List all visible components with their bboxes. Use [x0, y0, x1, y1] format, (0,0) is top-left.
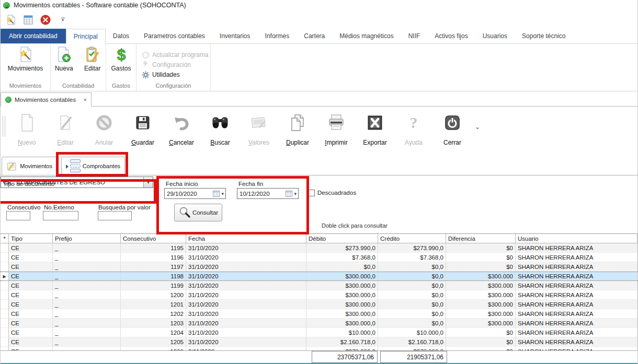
- table-row[interactable]: CE_120231/10/2020$300.000,0$0,0$300.000S…: [1, 309, 637, 319]
- tab-medios-magneticos[interactable]: Médios magnéticos: [332, 29, 401, 43]
- no-externo-label: No.Externo: [44, 204, 74, 210]
- cell-diferencia: $300.000: [446, 281, 516, 290]
- clipboard-edit-icon: [84, 46, 101, 63]
- tab-inventarios[interactable]: Inventarios: [212, 29, 258, 43]
- table-row[interactable]: CE_119931/10/2020$300.000,0$0,0$300.000S…: [1, 281, 637, 290]
- chevron-down-icon[interactable]: ▾: [221, 191, 224, 196]
- consultar-button[interactable]: Consultar: [174, 204, 222, 221]
- cell-prefijo: _: [53, 272, 121, 280]
- imprimir-button[interactable]: Imprimir: [317, 108, 356, 146]
- cell-diferencia: $0: [446, 337, 516, 347]
- table-row[interactable]: CE_12062/11/2020$273.990,0$273.990,0$0SH…: [1, 347, 637, 351]
- close-red-icon[interactable]: [39, 14, 52, 26]
- table-row[interactable]: CE_119631/10/2020$7.368,0$7.368,0$0SHARO…: [1, 253, 637, 262]
- dollar-icon: $: [113, 46, 130, 63]
- cancelar-button[interactable]: Cancelar: [162, 108, 201, 146]
- cell-usuario: SHARON HERRERA ARIZA: [516, 328, 637, 337]
- ribbon-button-gastos[interactable]: $Gastos: [106, 46, 136, 72]
- tab-soporte-tecnico[interactable]: Soporte técnico: [515, 29, 573, 43]
- wizard-icon[interactable]: [5, 14, 17, 26]
- table-icon[interactable]: [22, 14, 35, 26]
- tab-parametros-contables[interactable]: Parametros contables: [136, 29, 212, 43]
- toolbar-overflow-chevron-icon[interactable]: ⌄: [475, 123, 480, 131]
- table-row[interactable]: CE_120131/10/2020$300.000,0$0,0$300.000S…: [1, 300, 637, 309]
- buscar-button[interactable]: Buscar: [201, 108, 240, 146]
- gear-icon: [142, 71, 150, 79]
- fecha-fin-input[interactable]: 10/12/2020 ▾: [237, 188, 299, 199]
- table-row[interactable]: ▶CE_119831/10/2020$300.000,0$0,0$300.000…: [1, 272, 637, 281]
- ribbon-button-nueva[interactable]: Nueva: [51, 46, 77, 72]
- ribbon-button-label: Movimientos: [8, 65, 43, 72]
- table-row[interactable]: CE_119731/10/2020$0,0$0,0$0SHARON HERRER…: [1, 262, 637, 272]
- busqueda-por-valor-input[interactable]: [98, 211, 132, 220]
- column-header-tipo[interactable]: Tipo: [9, 234, 53, 243]
- row-indicator-cell: [1, 328, 9, 337]
- tab-niif[interactable]: NIIF: [401, 29, 428, 43]
- document-tab-movimientos[interactable]: Movimientos contables ×: [1, 92, 92, 107]
- cell-debito: $300.000,0: [306, 281, 378, 290]
- column-header-usuario[interactable]: Usuario: [516, 234, 637, 243]
- photo-icon: [249, 113, 269, 133]
- cell-diferencia: $0: [446, 347, 516, 351]
- cell-tipo: CE: [9, 272, 53, 280]
- column-header-prefijo[interactable]: Prefijo: [53, 234, 121, 243]
- title-bar: Movimientos contables - Software contabl…: [1, 0, 637, 10]
- floppy-icon: [133, 113, 153, 133]
- ribbon-button-utilidades[interactable]: Utilidades: [142, 71, 180, 79]
- tab-cartera[interactable]: Cartera: [297, 29, 332, 43]
- tab-informes[interactable]: Informes: [258, 29, 297, 43]
- subtab-comprobantes[interactable]: Comprobantes: [61, 157, 125, 175]
- column-header-fecha[interactable]: Fecha: [186, 234, 306, 243]
- subtab-movimientos[interactable]: Movimientos: [2, 157, 57, 175]
- table-row[interactable]: CE_120331/10/2020$300.000,0$0,0$300.000S…: [1, 319, 637, 328]
- no-entry-icon: [94, 113, 114, 133]
- chevron-down-icon[interactable]: ▾: [143, 177, 153, 187]
- column-header-diferencia[interactable]: Diferencia: [446, 234, 516, 243]
- close-tab-icon[interactable]: ×: [84, 97, 87, 103]
- column-header-consecutivo[interactable]: Consecutivo: [121, 234, 186, 243]
- tab-abrir-contabilidad[interactable]: Abrir contabilidad: [1, 29, 66, 43]
- exportar-button[interactable]: Exportar: [356, 108, 394, 146]
- chevron-down-icon[interactable]: ▾: [294, 191, 297, 196]
- calendar-icon[interactable]: [213, 191, 220, 197]
- cell-debito: $273.990,0: [306, 347, 378, 351]
- action-toolbar: NuevoEditarAnularGuardarCancelarBuscarVa…: [1, 108, 637, 156]
- selected-row-arrow-icon: ▶: [3, 274, 6, 279]
- cell-usuario: SHARON HERRERA ARIZA: [516, 300, 637, 309]
- wrench-icon: [142, 61, 150, 69]
- tab-principal[interactable]: Principal: [66, 29, 106, 44]
- cell-prefijo: _: [53, 337, 121, 347]
- table-row[interactable]: CE_120031/10/2020$300.000,0$0,0$300.000S…: [1, 290, 637, 300]
- no-externo-input[interactable]: [43, 211, 78, 220]
- guardar-button[interactable]: Guardar: [123, 108, 162, 146]
- column-header-debito[interactable]: Débito: [306, 234, 378, 243]
- calendar-icon[interactable]: [286, 191, 292, 197]
- table-row[interactable]: CE_120431/10/2020$10.000,0$10.000,0$0SHA…: [1, 328, 637, 337]
- toolbar-grip[interactable]: [3, 116, 5, 137]
- tab-datos[interactable]: Datos: [106, 29, 136, 43]
- ribbon-button-movimientos[interactable]: Movimientos: [7, 46, 44, 72]
- toolbar-button-label: Cerrar: [443, 139, 461, 146]
- ribbon-body: MovimientosMovimientosNuevaEditarContabi…: [1, 44, 637, 91]
- consecutivo-input[interactable]: [6, 211, 30, 220]
- cell-debito: $300.000,0: [306, 309, 378, 319]
- cell-diferencia: $300.000: [446, 272, 516, 280]
- table-row[interactable]: CE_120531/10/2020$2.160.718,0$2.160.718,…: [1, 337, 637, 347]
- table-row[interactable]: CE_119531/10/2020$273.990,0$273.990,0$0S…: [1, 243, 637, 253]
- ribbon-button-editar[interactable]: Editar: [79, 46, 106, 72]
- fecha-inicio-input[interactable]: 29/10/2020 ▾: [164, 188, 226, 199]
- row-indicator-cell: [1, 347, 9, 351]
- descuadrados-checkbox[interactable]: [308, 190, 315, 196]
- column-header-credito[interactable]: Crédito: [378, 234, 446, 243]
- qat-customize-chevron-icon[interactable]: ▾: [60, 18, 66, 22]
- duplicar-button[interactable]: Duplicar: [278, 108, 317, 146]
- cell-consecutivo: 1205: [121, 337, 186, 347]
- tab-activos-fijos[interactable]: Activos fijos: [427, 29, 475, 43]
- cell-debito: $300.000,0: [306, 319, 378, 328]
- cell-consecutivo: 1196: [121, 253, 186, 262]
- cell-usuario: SHARON HERRERA ARIZA: [516, 243, 637, 253]
- tab-usuarios[interactable]: Usuarios: [475, 29, 515, 43]
- toolbar-button-label: Duplicar: [286, 139, 309, 146]
- cerrar-button[interactable]: Cerrar: [433, 108, 472, 146]
- cell-credito: $10.000,0: [378, 328, 446, 337]
